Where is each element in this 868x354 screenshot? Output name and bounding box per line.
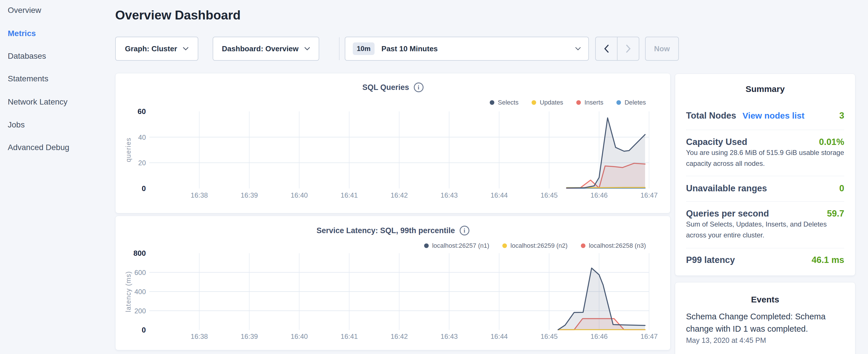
svg-text:16:42: 16:42 (391, 191, 408, 199)
sidebar-item-jobs[interactable]: Jobs (8, 120, 25, 129)
svg-text:16:39: 16:39 (241, 191, 258, 199)
summary-row-label: Total Nodes (686, 110, 736, 121)
sidebar-item-network-latency[interactable]: Network Latency (8, 97, 68, 106)
svg-text:16:46: 16:46 (591, 191, 608, 199)
svg-text:16:47: 16:47 (641, 191, 658, 199)
sql-queries-chart: 16:3816:3916:4016:4116:4216:4316:4416:45… (116, 73, 671, 214)
divider (686, 176, 844, 176)
y-axis-unit-label: queries (125, 137, 132, 162)
summary-row-description: You are using 28.6 MiB of 515.9 GiB usab… (686, 147, 845, 169)
svg-text:16:40: 16:40 (290, 191, 308, 199)
time-range-badge: 10m (353, 42, 375, 55)
sidebar-item-statements[interactable]: Statements (8, 74, 49, 83)
graph-scope-dropdown-label: Graph: Cluster (125, 44, 177, 53)
svg-text:16:45: 16:45 (540, 332, 558, 340)
svg-text:0: 0 (142, 326, 146, 334)
svg-text:16:43: 16:43 (440, 332, 458, 340)
svg-text:16:44: 16:44 (491, 332, 508, 340)
divider (686, 248, 844, 248)
svg-text:16:42: 16:42 (391, 332, 408, 340)
chevron-down-icon (183, 47, 189, 51)
svg-text:16:44: 16:44 (491, 191, 508, 199)
summary-row-unavailable-ranges: Unavailable ranges 0 (686, 183, 844, 194)
svg-text:16:45: 16:45 (540, 191, 558, 199)
summary-title: Summary (675, 84, 855, 94)
sidebar-item-overview[interactable]: Overview (8, 6, 41, 15)
summary-row-label: P99 latency (686, 255, 735, 265)
svg-text:16:41: 16:41 (341, 191, 358, 199)
summary-panel: Summary Total Nodes View nodes list 3 Ca… (675, 74, 856, 276)
summary-row-capacity-used: Capacity Used 0.01% (686, 137, 844, 147)
svg-text:16:47: 16:47 (641, 332, 658, 340)
divider (686, 130, 844, 130)
chevron-down-icon (304, 47, 310, 51)
db-console-metrics-page: Overview Metrics Databases Statements Ne… (0, 0, 868, 354)
svg-text:600: 600 (134, 269, 146, 277)
graph-scope-dropdown[interactable]: Graph: Cluster (115, 37, 198, 61)
sidebar-item-metrics[interactable]: Metrics (8, 29, 36, 38)
chevron-right-icon (626, 45, 631, 53)
svg-text:20: 20 (138, 159, 146, 167)
svg-text:16:39: 16:39 (241, 332, 258, 340)
summary-row-total-nodes: Total Nodes View nodes list 3 (686, 110, 844, 121)
events-title: Events (675, 295, 855, 304)
service-latency-chart: 16:3816:3916:4016:4116:4216:4316:4416:45… (116, 216, 671, 351)
svg-text:16:38: 16:38 (191, 332, 208, 340)
next-time-range-button[interactable] (618, 37, 639, 60)
svg-text:16:40: 16:40 (290, 332, 308, 340)
summary-row-value: 0.01% (819, 137, 844, 147)
svg-text:800: 800 (133, 249, 146, 257)
sidebar-item-databases[interactable]: Databases (8, 52, 46, 61)
prev-time-range-button[interactable] (596, 37, 618, 60)
time-nav-arrows (595, 37, 639, 61)
summary-row-p99-latency: P99 latency 46.1 ms (686, 255, 844, 265)
summary-row-value: 0 (839, 183, 844, 194)
summary-row-label: Queries per second (686, 208, 769, 219)
summary-row-description: Sum of Selects, Updates, Inserts, and De… (686, 219, 845, 240)
summary-row-label: Unavailable ranges (686, 183, 767, 194)
chevron-left-icon (604, 45, 609, 53)
y-axis-unit-label: latency (ms) (125, 271, 132, 312)
event-message: Schema Change Completed: Schema change w… (686, 311, 845, 335)
svg-text:16:41: 16:41 (341, 332, 358, 340)
toolbar-divider (339, 37, 340, 60)
svg-text:200: 200 (134, 307, 146, 315)
svg-text:0: 0 (142, 184, 146, 193)
now-button[interactable]: Now (645, 37, 679, 61)
summary-row-label: Capacity Used (686, 137, 747, 147)
dashboard-dropdown[interactable]: Dashboard: Overview (213, 37, 319, 61)
svg-text:400: 400 (134, 288, 146, 296)
dashboard-dropdown-label: Dashboard: Overview (222, 44, 298, 53)
divider (686, 201, 844, 202)
svg-text:16:43: 16:43 (440, 191, 458, 199)
summary-row-queries-per-second: Queries per second 59.7 (686, 208, 844, 219)
summary-row-value: 3 (839, 110, 844, 121)
svg-text:40: 40 (138, 133, 146, 141)
chevron-down-icon (575, 47, 581, 51)
svg-text:16:38: 16:38 (191, 191, 208, 199)
service-latency-chart-card: Service Latency: SQL, 99th percentile i … (115, 216, 671, 350)
time-range-dropdown[interactable]: 10m Past 10 Minutes (345, 37, 589, 61)
summary-row-value: 46.1 ms (811, 255, 844, 265)
sidebar-item-advanced-debug[interactable]: Advanced Debug (8, 143, 69, 152)
svg-text:16:46: 16:46 (591, 332, 608, 340)
time-range-label: Past 10 Minutes (381, 44, 575, 53)
svg-text:60: 60 (137, 107, 146, 116)
event-timestamp: May 13, 2020 at 4:45 PM (686, 336, 844, 345)
page-title: Overview Dashboard (115, 8, 241, 22)
sql-queries-chart-card: SQL Queries i SelectsUpdatesInsertsDelet… (115, 73, 671, 213)
events-panel: Events Schema Change Completed: Schema c… (675, 282, 856, 354)
summary-row-value: 59.7 (827, 208, 844, 219)
view-nodes-list-link[interactable]: View nodes list (743, 111, 804, 121)
